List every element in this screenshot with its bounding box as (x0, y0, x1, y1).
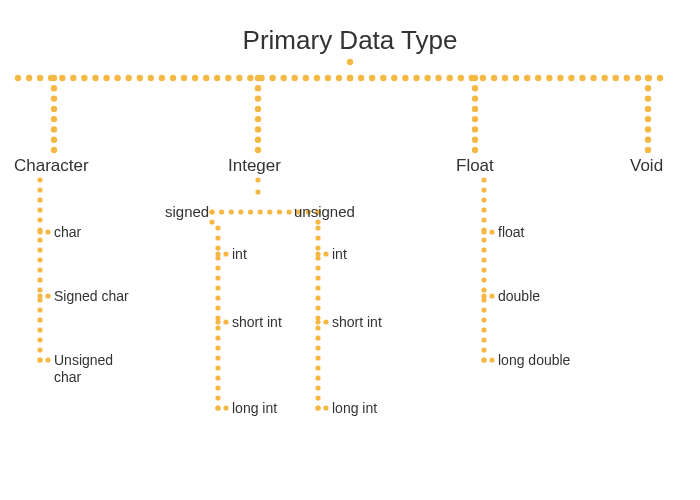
svg-point-34 (369, 75, 375, 81)
svg-point-56 (613, 75, 619, 81)
svg-point-97 (37, 217, 42, 222)
svg-point-11 (114, 75, 120, 81)
svg-point-112 (37, 229, 42, 234)
svg-point-82 (472, 126, 478, 132)
svg-point-53 (579, 75, 585, 81)
svg-point-48 (524, 75, 530, 81)
svg-point-153 (215, 395, 220, 400)
svg-point-181 (323, 251, 328, 256)
svg-point-72 (255, 106, 261, 112)
svg-point-116 (37, 357, 42, 362)
svg-point-127 (277, 209, 282, 214)
svg-point-26 (281, 75, 287, 81)
svg-point-54 (590, 75, 596, 81)
float-leaf-2: long double (498, 352, 570, 369)
char-leaf-1: Signed char (54, 288, 129, 305)
svg-point-80 (472, 106, 478, 112)
svg-point-68 (51, 147, 57, 153)
svg-point-86 (645, 85, 651, 91)
svg-point-132 (209, 209, 214, 214)
svg-point-6 (59, 75, 65, 81)
svg-point-186 (481, 177, 486, 182)
svg-point-136 (215, 225, 220, 230)
svg-point-176 (315, 375, 320, 380)
svg-point-50 (546, 75, 552, 81)
svg-point-121 (219, 209, 224, 214)
svg-point-208 (489, 293, 494, 298)
svg-point-117 (45, 357, 50, 362)
svg-point-171 (315, 325, 320, 330)
svg-point-202 (481, 337, 486, 342)
svg-point-44 (480, 75, 486, 81)
svg-point-189 (481, 207, 486, 212)
svg-point-30 (325, 75, 331, 81)
svg-point-28 (303, 75, 309, 81)
svg-point-75 (255, 137, 261, 143)
svg-point-19 (203, 75, 209, 81)
svg-point-159 (215, 405, 220, 410)
svg-point-47 (513, 75, 519, 81)
svg-point-46 (502, 75, 508, 81)
svg-point-89 (645, 116, 651, 122)
svg-point-83 (472, 137, 478, 143)
svg-point-95 (37, 197, 42, 202)
svg-point-102 (37, 267, 42, 272)
branch-float: Float (456, 156, 494, 176)
char-leaf-0: char (54, 224, 81, 241)
svg-point-142 (215, 285, 220, 290)
integer-unsigned-label: unsigned (294, 203, 355, 220)
svg-point-141 (215, 275, 220, 280)
svg-point-161 (315, 225, 320, 230)
svg-point-163 (315, 245, 320, 250)
svg-point-113 (45, 229, 50, 234)
svg-point-162 (315, 235, 320, 240)
svg-point-209 (481, 357, 486, 362)
svg-point-51 (557, 75, 563, 81)
svg-point-182 (315, 319, 320, 324)
svg-point-160 (223, 405, 228, 410)
svg-point-138 (215, 245, 220, 250)
svg-point-23 (247, 75, 253, 81)
svg-point-2 (15, 75, 21, 81)
svg-point-15 (159, 75, 165, 81)
svg-point-81 (472, 116, 478, 122)
svg-point-42 (458, 75, 464, 81)
branch-integer: Integer (228, 156, 281, 176)
unsigned-leaf-1: short int (332, 314, 382, 331)
svg-point-21 (225, 75, 231, 81)
svg-point-178 (315, 395, 320, 400)
svg-point-77 (472, 75, 478, 81)
svg-point-65 (51, 116, 57, 122)
float-leaf-0: float (498, 224, 524, 241)
svg-point-193 (481, 247, 486, 252)
svg-point-96 (37, 207, 42, 212)
svg-point-13 (137, 75, 143, 81)
svg-point-199 (481, 307, 486, 312)
svg-point-188 (481, 197, 486, 202)
svg-point-70 (255, 85, 261, 91)
svg-point-107 (37, 317, 42, 322)
svg-point-124 (248, 209, 253, 214)
svg-point-93 (37, 177, 42, 182)
svg-point-91 (645, 137, 651, 143)
svg-point-87 (645, 95, 651, 101)
svg-point-207 (481, 293, 486, 298)
svg-point-62 (51, 85, 57, 91)
svg-point-79 (472, 95, 478, 101)
svg-point-192 (481, 237, 486, 242)
svg-point-109 (37, 337, 42, 342)
svg-point-69 (255, 75, 261, 81)
svg-point-201 (481, 327, 486, 332)
svg-point-123 (238, 209, 243, 214)
svg-point-85 (645, 75, 651, 81)
svg-point-149 (215, 355, 220, 360)
svg-point-119 (255, 189, 260, 194)
branch-void: Void (630, 156, 663, 176)
svg-point-203 (481, 347, 486, 352)
svg-point-12 (126, 75, 132, 81)
integer-signed-label: signed (165, 203, 209, 220)
svg-point-10 (103, 75, 109, 81)
svg-point-187 (481, 187, 486, 192)
svg-point-147 (215, 335, 220, 340)
svg-point-135 (315, 219, 320, 224)
